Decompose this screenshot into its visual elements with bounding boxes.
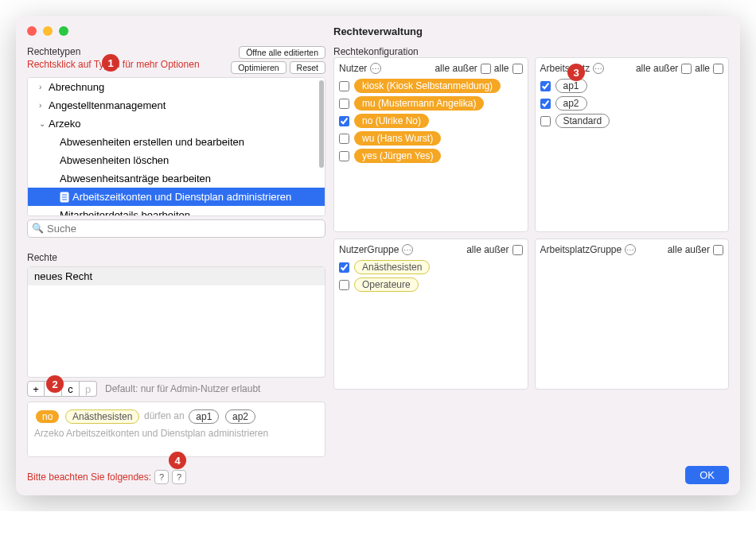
- arbeitsplatz-pill: ap2: [555, 96, 587, 111]
- tree-item-abwesenheiten-loeschen[interactable]: Abwesenheiten löschen: [28, 151, 325, 169]
- types-label: Rechtetypen: [27, 46, 200, 57]
- footer-warning: Bitte beachten Sie folgendes:: [27, 471, 151, 483]
- tree-item-label: Mitarbeiterdetails bearbeiten: [60, 209, 190, 216]
- summary-subtext: Arzeko Arbeitszeitkonten und Dienstplan …: [34, 428, 318, 439]
- ap1-checkbox[interactable]: [540, 81, 551, 91]
- scrollbar-thumb[interactable]: [319, 80, 324, 168]
- nutzergruppe-panel: NutzerGruppe ⋯ alle außer Anästhesisten …: [333, 239, 528, 390]
- tree-item-arzeko[interactable]: ⌄Arzeko: [28, 114, 325, 133]
- tree-item-arbeitszeitkonten[interactable]: Arbeitszeitkonten und Dienstplan adminis…: [28, 188, 325, 206]
- nutzer-item-wu[interactable]: wu (Hans Wurst): [339, 131, 523, 146]
- arbeitsplatz-alle-ausser-checkbox[interactable]: [681, 64, 692, 74]
- types-tree[interactable]: ›Abrechnung ›Angestelltenmanagement ⌄Arz…: [27, 77, 325, 216]
- arbeitsplatz-panel: Arbeitsplatz ⋯ alle außer alle ap1 ap2 S…: [535, 57, 730, 232]
- tree-item-abrechnung[interactable]: ›Abrechnung: [28, 78, 325, 96]
- search-input[interactable]: [27, 219, 325, 238]
- nutzergruppe-pill: Operateure: [354, 277, 419, 292]
- anaesthesisten-checkbox[interactable]: [339, 262, 349, 273]
- arbeitsplatzgruppe-alle-ausser-checkbox[interactable]: [713, 245, 723, 255]
- tree-item-label: Arbeitszeitkonten und Dienstplan adminis…: [72, 191, 291, 203]
- tree-item-label: Abrechnung: [49, 81, 104, 93]
- nutzer-pill: wu (Hans Wurst): [354, 131, 441, 146]
- nutzer-mu-checkbox[interactable]: [339, 99, 349, 109]
- summary-mid-text: dürfen an: [144, 410, 185, 421]
- nutzergruppe-pill: Anästhesisten: [354, 260, 430, 274]
- window-title: Rechteverwaltung: [16, 25, 740, 37]
- summary-group-pill: Anästhesisten: [65, 409, 139, 424]
- summary-ap2-pill: ap2: [225, 409, 255, 424]
- search-icon: 🔍: [32, 223, 44, 234]
- nutzer-pill: kiosk (Kiosk Selbstanmeldung): [354, 79, 501, 93]
- nutzer-item-no[interactable]: no (Ulrike No): [339, 114, 523, 128]
- arbeitsplatz-item-standard[interactable]: Standard: [540, 114, 724, 128]
- nutzer-no-checkbox[interactable]: [339, 116, 349, 126]
- tree-item-abwesenheitsantraege[interactable]: Abwesenheitsanträge bearbeiten: [28, 169, 325, 188]
- rights-list[interactable]: neues Recht: [27, 266, 325, 378]
- nutzergruppe-item-anaesthesisten[interactable]: Anästhesisten: [339, 260, 523, 274]
- standard-checkbox[interactable]: [540, 116, 551, 126]
- paste-right-button[interactable]: p: [80, 381, 97, 397]
- nutzer-pill: no (Ulrike No): [354, 114, 429, 128]
- nutzer-item-yes[interactable]: yes (Jürgen Yes): [339, 149, 523, 163]
- nutzer-item-kiosk[interactable]: kiosk (Kiosk Selbstanmeldung): [339, 79, 523, 93]
- tree-item-mitarbeiterdetails[interactable]: Mitarbeiterdetails bearbeiten: [28, 206, 325, 216]
- arbeitsplatz-pill: Standard: [555, 114, 610, 128]
- nutzergruppe-title: NutzerGruppe: [339, 244, 399, 255]
- chevron-down-icon: ⌄: [39, 119, 49, 128]
- tree-item-label: Angestelltenmanagement: [49, 99, 166, 111]
- alle-label: alle: [494, 63, 509, 74]
- nutzer-kiosk-checkbox[interactable]: [339, 81, 349, 91]
- alle-label: alle: [695, 63, 710, 74]
- ok-button[interactable]: OK: [685, 466, 729, 484]
- types-hint: Rechtsklick auf Typen für mehr Optionen: [27, 59, 200, 70]
- add-arbeitsplatz-button[interactable]: ⋯: [593, 63, 604, 74]
- arbeitsplatz-item-ap2[interactable]: ap2: [540, 96, 724, 111]
- chevron-right-icon: ›: [39, 83, 49, 91]
- arbeitsplatz-item-ap1[interactable]: ap1: [540, 79, 724, 93]
- add-right-button[interactable]: +: [27, 381, 45, 397]
- rights-label: Rechte: [27, 252, 325, 263]
- summary-panel: no Anästhesisten dürfen an ap1 ap2 Arzek…: [27, 402, 325, 457]
- help-button-1[interactable]: ?: [154, 470, 169, 484]
- summary-user-pill: no: [36, 410, 59, 423]
- config-label: Rechtekonfiguration: [333, 46, 729, 57]
- alle-ausser-label: alle außer: [636, 63, 678, 74]
- tree-item-angestelltenmanagement[interactable]: ›Angestelltenmanagement: [28, 96, 325, 114]
- nutzer-wu-checkbox[interactable]: [339, 134, 349, 144]
- arbeitsplatzgruppe-panel: ArbeitsplatzGruppe ⋯ alle außer: [535, 239, 730, 390]
- nutzer-item-mu[interactable]: mu (Mustermann Angelika): [339, 96, 523, 111]
- scrollbar[interactable]: [318, 79, 324, 215]
- add-arbeitsplatzgruppe-button[interactable]: ⋯: [625, 244, 636, 255]
- arbeitsplatz-title: Arbeitsplatz: [540, 63, 590, 74]
- open-all-edited-button[interactable]: Öffne alle editierten: [239, 46, 325, 59]
- nutzer-alle-ausser-checkbox[interactable]: [481, 64, 491, 74]
- ap2-checkbox[interactable]: [540, 99, 551, 109]
- nutzergruppe-item-operateure[interactable]: Operateure: [339, 277, 523, 292]
- alle-ausser-label: alle außer: [435, 63, 477, 74]
- copy-right-button[interactable]: c: [62, 381, 80, 397]
- tree-item-label: Abwesenheiten erstellen und bearbeiten: [60, 136, 244, 148]
- add-nutzer-button[interactable]: ⋯: [370, 63, 381, 74]
- document-icon: [60, 192, 69, 203]
- nutzergruppe-alle-ausser-checkbox[interactable]: [512, 245, 523, 255]
- arbeitsplatz-alle-checkbox[interactable]: [713, 64, 723, 74]
- nutzer-pill: yes (Jürgen Yes): [354, 149, 441, 163]
- reset-button[interactable]: Reset: [290, 61, 325, 74]
- remove-right-button[interactable]: −: [45, 381, 62, 397]
- right-item-new[interactable]: neues Recht: [28, 267, 325, 285]
- alle-ausser-label: alle außer: [668, 244, 710, 255]
- arbeitsplatz-pill: ap1: [555, 79, 587, 93]
- nutzer-alle-checkbox[interactable]: [512, 64, 523, 74]
- tree-item-label: Abwesenheiten löschen: [60, 154, 169, 166]
- window: 1 2 3 4 Rechteverwaltung Rechtetypen Rec…: [16, 16, 740, 495]
- nutzer-panel: Nutzer ⋯ alle außer alle kiosk (Kiosk Se…: [333, 57, 528, 232]
- nutzer-yes-checkbox[interactable]: [339, 151, 349, 161]
- optimize-button[interactable]: Optimieren: [231, 61, 286, 74]
- help-button-2[interactable]: ?: [172, 470, 186, 484]
- nutzer-title: Nutzer: [339, 63, 367, 74]
- summary-ap1-pill: ap1: [189, 409, 219, 424]
- tree-item-abwesenheiten-erstellen[interactable]: Abwesenheiten erstellen und bearbeiten: [28, 133, 325, 151]
- add-nutzergruppe-button[interactable]: ⋯: [402, 244, 413, 255]
- arbeitsplatzgruppe-title: ArbeitsplatzGruppe: [540, 244, 622, 255]
- operateure-checkbox[interactable]: [339, 280, 349, 290]
